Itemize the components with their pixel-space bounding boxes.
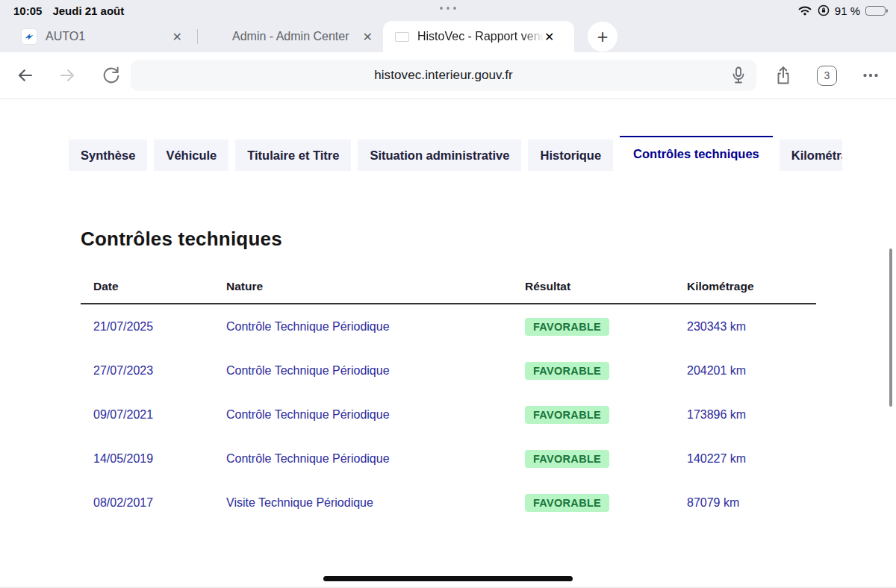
close-tab-icon[interactable]: ✕ — [169, 30, 185, 44]
back-button[interactable] — [14, 65, 35, 86]
cell-nature: Contrôle Technique Périodique — [214, 452, 512, 466]
browser-tab-title: Admin - Admin Center — [232, 30, 349, 43]
cell-date: 14/05/2019 — [81, 452, 214, 466]
browser-tab-strip: AUTO1 ✕ Admin - Admin Center ✕ HistoVec … — [0, 21, 896, 52]
browser-chrome: 10:05 Jeudi 21 août 91 % AUTO1 — [0, 0, 896, 52]
orientation-lock-icon — [818, 4, 830, 16]
table-row: 27/07/2023 Contrôle Technique Périodique… — [81, 348, 816, 392]
new-tab-button[interactable]: + — [588, 22, 617, 51]
cell-kilometrage: 140227 km — [674, 452, 816, 466]
inspections-table: Date Nature Résultat Kilométrage 21/07/2… — [81, 270, 816, 525]
cell-date: 09/07/2021 — [81, 408, 214, 422]
status-right: 91 % — [797, 0, 886, 21]
reload-button[interactable] — [101, 65, 122, 86]
toolbar-right-actions: 3 — [773, 65, 881, 86]
forward-button[interactable] — [57, 65, 78, 86]
tab-historique[interactable]: Historique — [528, 140, 613, 171]
col-header-nature: Nature — [214, 280, 512, 293]
cell-nature: Contrôle Technique Périodique — [214, 364, 512, 378]
url-toolbar: histovec.interieur.gouv.fr 3 — [0, 52, 896, 99]
browser-tab-title: AUTO1 — [46, 30, 85, 43]
url-text: histovec.interieur.gouv.fr — [374, 68, 513, 83]
address-bar[interactable]: histovec.interieur.gouv.fr — [131, 60, 756, 91]
cell-date: 27/07/2023 — [81, 364, 214, 378]
home-indicator[interactable] — [323, 576, 573, 581]
status-bar: 10:05 Jeudi 21 août 91 % — [0, 0, 896, 21]
table-row: 09/07/2021 Contrôle Technique Périodique… — [81, 392, 816, 437]
tab-divider — [197, 29, 198, 44]
tab-titulaire-et-titre[interactable]: Titulaire et Titre — [235, 140, 351, 171]
close-tab-icon[interactable]: ✕ — [360, 30, 376, 44]
browser-tab-histovec-active[interactable]: HistoVec - Rapport vend ✕ — [383, 21, 574, 52]
cell-kilometrage: 204201 km — [674, 364, 816, 378]
cell-date: 08/02/2017 — [81, 496, 214, 510]
browser-tab-title: HistoVec - Rapport vend — [417, 30, 544, 43]
tab-controles-techniques[interactable]: Contrôles techniques — [620, 136, 773, 171]
histovec-page: Synthèse Véhicule Titulaire et Titre Sit… — [0, 99, 896, 588]
cell-nature: Visite Technique Périodique — [214, 496, 512, 510]
french-flag-favicon — [395, 32, 409, 42]
more-menu-icon[interactable] — [860, 65, 881, 86]
vertical-scrollbar[interactable] — [889, 248, 892, 407]
table-header-row: Date Nature Résultat Kilométrage — [81, 270, 816, 304]
cell-date: 21/07/2025 — [81, 320, 214, 334]
cell-kilometrage: 173896 km — [674, 408, 816, 422]
cell-resultat: FAVORABLE — [512, 362, 674, 380]
report-section-tabs: Synthèse Véhicule Titulaire et Titre Sit… — [69, 135, 842, 171]
col-header-kilometrage: Kilométrage — [674, 280, 816, 293]
tab-kilometrage[interactable]: Kilométrage — [780, 140, 842, 171]
auto1-favicon — [21, 28, 37, 45]
status-left: 10:05 Jeudi 21 août — [13, 0, 124, 21]
table-row: 14/05/2019 Contrôle Technique Périodique… — [81, 437, 816, 481]
battery-icon — [865, 6, 886, 16]
cell-kilometrage: 230343 km — [674, 320, 816, 334]
page-title: Contrôles techniques — [81, 228, 282, 251]
status-badge: FAVORABLE — [525, 362, 609, 380]
cell-resultat: FAVORABLE — [512, 450, 674, 468]
table-row: 08/02/2017 Visite Technique Périodique F… — [81, 481, 816, 525]
wifi-icon — [797, 5, 812, 16]
tab-synthese[interactable]: Synthèse — [69, 140, 147, 171]
tab-vehicule[interactable]: Véhicule — [154, 140, 228, 171]
ipad-safari-screen: 10:05 Jeudi 21 août 91 % AUTO1 — [0, 0, 896, 588]
microphone-icon[interactable] — [728, 65, 749, 86]
col-header-date: Date — [81, 280, 214, 293]
share-icon[interactable] — [773, 65, 794, 86]
cell-nature: Contrôle Technique Périodique — [214, 408, 512, 422]
browser-tab-admin[interactable]: Admin - Admin Center ✕ — [202, 21, 383, 52]
cell-kilometrage: 87079 km — [674, 496, 816, 510]
status-badge: FAVORABLE — [525, 494, 609, 512]
close-tab-icon[interactable]: ✕ — [544, 30, 554, 44]
status-badge: FAVORABLE — [525, 318, 609, 336]
admin-favicon — [210, 30, 224, 44]
cell-resultat: FAVORABLE — [512, 406, 674, 424]
status-badge: FAVORABLE — [525, 406, 609, 424]
cell-nature: Contrôle Technique Périodique — [214, 320, 512, 334]
tab-overview-button[interactable]: 3 — [817, 66, 837, 86]
col-header-resultat: Résultat — [512, 280, 674, 293]
browser-tab-auto1[interactable]: AUTO1 ✕ — [13, 21, 193, 52]
multitask-dots-icon[interactable] — [0, 7, 896, 10]
table-row: 21/07/2025 Contrôle Technique Périodique… — [81, 304, 816, 348]
battery-percent-label: 91 % — [835, 4, 860, 17]
tab-situation-administrative[interactable]: Situation administrative — [358, 140, 521, 171]
status-badge: FAVORABLE — [525, 450, 609, 468]
cell-resultat: FAVORABLE — [512, 494, 674, 512]
cell-resultat: FAVORABLE — [512, 318, 674, 336]
